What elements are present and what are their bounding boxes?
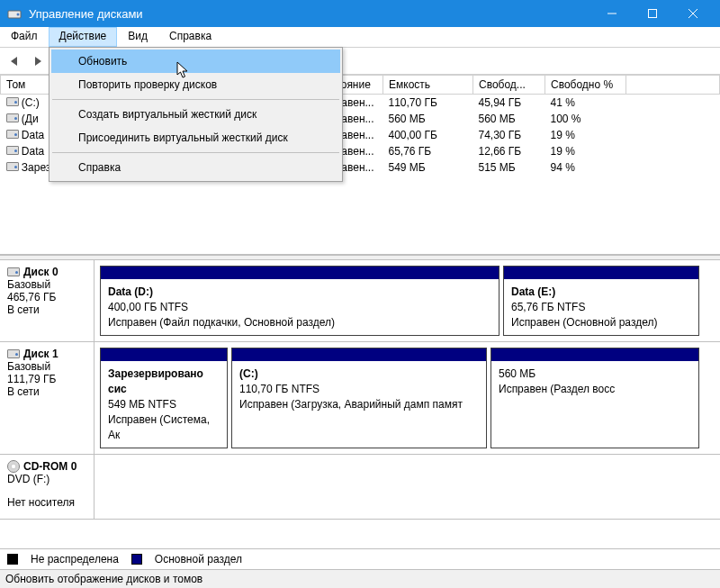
menu-item-refresh[interactable]: Обновить bbox=[51, 50, 340, 73]
maximize-button[interactable] bbox=[632, 0, 672, 27]
window-titlebar: Управление дисками bbox=[0, 0, 720, 27]
disk-partitions: Зарезервировано сис549 МБ NTFSИсправен (… bbox=[94, 342, 720, 454]
svg-point-1 bbox=[17, 14, 20, 16]
disk-icon bbox=[7, 349, 20, 358]
cdrom-name: CD-ROM 0 bbox=[23, 460, 76, 473]
partition-body: Data (D:)400,00 ГБ NTFSИсправен (Файл по… bbox=[101, 279, 499, 335]
menu-separator bbox=[52, 99, 339, 100]
menu-help[interactable]: Справка bbox=[158, 27, 222, 47]
disk-partitions: Data (D:)400,00 ГБ NTFSИсправен (Файл по… bbox=[94, 260, 720, 341]
disk-graphical-view: Диск 0Базовый465,76 ГБВ сетиData (D:)400… bbox=[0, 260, 720, 548]
statusbar: Обновить отображение дисков и томов bbox=[0, 569, 720, 588]
cdrom-type: DVD (F:) bbox=[7, 473, 86, 485]
menu-separator bbox=[52, 152, 339, 153]
disk-icon bbox=[7, 267, 20, 276]
menu-view[interactable]: Вид bbox=[117, 27, 158, 47]
partition-header bbox=[491, 348, 698, 361]
cdrom-state: Нет носителя bbox=[7, 496, 86, 509]
cdrom-label: CD-ROM 0 DVD (F:) Нет носителя bbox=[0, 455, 94, 519]
legend-swatch-primary bbox=[131, 554, 142, 565]
partition-body: Data (E:)65,76 ГБ NTFSИсправен (Основной… bbox=[504, 279, 698, 335]
menu-item-create-vhd[interactable]: Создать виртуальный жесткий диск bbox=[51, 103, 340, 126]
menu-item-attach-vhd[interactable]: Присоединить виртуальный жесткий диск bbox=[51, 126, 340, 149]
volume-icon bbox=[6, 130, 19, 139]
partition-header bbox=[101, 348, 227, 361]
close-button[interactable] bbox=[672, 0, 713, 27]
disk-row[interactable]: Диск 0Базовый465,76 ГБВ сетиData (D:)400… bbox=[0, 260, 720, 342]
forward-button[interactable] bbox=[29, 51, 49, 71]
legend-swatch-unallocated bbox=[7, 554, 18, 565]
legend-label-unallocated: Не распределена bbox=[31, 553, 119, 565]
legend: Не распределена Основной раздел bbox=[0, 548, 720, 569]
cdrom-row[interactable]: CD-ROM 0 DVD (F:) Нет носителя bbox=[0, 455, 720, 520]
disk-label: Диск 1Базовый111,79 ГБВ сети bbox=[0, 342, 94, 454]
partition-body: 560 МБИсправен (Раздел восс bbox=[491, 361, 698, 448]
col-free[interactable]: Свобод... bbox=[473, 76, 545, 95]
partition[interactable]: (C:)110,70 ГБ NTFSИсправен (Загрузка, Ав… bbox=[231, 348, 487, 448]
minimize-button[interactable] bbox=[591, 0, 632, 27]
col-free-pct[interactable]: Свободно % bbox=[545, 76, 626, 95]
menu-item-rescan[interactable]: Повторить проверку дисков bbox=[51, 73, 340, 96]
partition[interactable]: Зарезервировано сис549 МБ NTFSИсправен (… bbox=[100, 348, 228, 448]
partition-body: (C:)110,70 ГБ NTFSИсправен (Загрузка, Ав… bbox=[232, 361, 486, 448]
menu-file[interactable]: Файл bbox=[0, 27, 49, 47]
partition-header bbox=[504, 267, 698, 279]
volume-icon bbox=[6, 146, 19, 155]
col-capacity[interactable]: Емкость bbox=[383, 76, 473, 95]
partition[interactable]: Data (E:)65,76 ГБ NTFSИсправен (Основной… bbox=[503, 266, 699, 336]
volume-icon bbox=[6, 97, 19, 106]
app-icon bbox=[7, 6, 22, 21]
disk-label: Диск 0Базовый465,76 ГБВ сети bbox=[0, 260, 94, 341]
back-button[interactable] bbox=[5, 51, 25, 71]
partition[interactable]: Data (D:)400,00 ГБ NTFSИсправен (Файл по… bbox=[100, 266, 500, 336]
volume-icon bbox=[6, 162, 19, 171]
volume-icon bbox=[6, 113, 19, 122]
menu-item-help[interactable]: Справка bbox=[51, 156, 340, 179]
menu-action[interactable]: Действие bbox=[49, 27, 118, 47]
partition-header bbox=[101, 267, 499, 279]
legend-label-primary: Основной раздел bbox=[155, 553, 242, 565]
partition-header bbox=[232, 348, 486, 361]
partition[interactable]: 560 МБИсправен (Раздел восс bbox=[490, 348, 699, 448]
cdrom-empty bbox=[94, 455, 720, 519]
disk-row[interactable]: Диск 1Базовый111,79 ГБВ сетиЗарезервиров… bbox=[0, 342, 720, 455]
action-dropdown: Обновить Повторить проверку дисков Созда… bbox=[49, 47, 343, 182]
partition-body: Зарезервировано сис549 МБ NTFSИсправен (… bbox=[101, 361, 227, 448]
cdrom-icon bbox=[7, 460, 20, 473]
window-title: Управление дисками bbox=[29, 7, 591, 21]
svg-rect-3 bbox=[648, 10, 656, 18]
col-spacer bbox=[626, 76, 720, 95]
menubar: Файл Действие Вид Справка bbox=[0, 27, 720, 48]
